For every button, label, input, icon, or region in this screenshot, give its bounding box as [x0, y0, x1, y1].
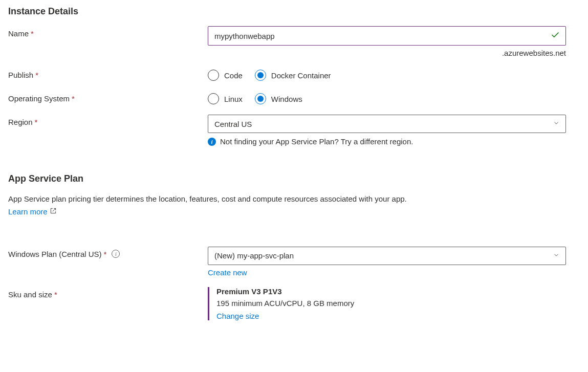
publish-docker-radio[interactable]: Docker Container	[255, 70, 331, 81]
info-outline-icon[interactable]: i	[112, 250, 120, 258]
os-linux-radio[interactable]: Linux	[208, 93, 243, 104]
name-label: Name *	[8, 26, 208, 38]
learn-more-link[interactable]: Learn more	[8, 207, 57, 216]
region-label: Region *	[8, 115, 208, 126]
plan-select[interactable]: (New) my-app-svc-plan	[208, 247, 566, 265]
plan-label: Windows Plan (Central US) * i	[8, 247, 208, 258]
sku-label: Sku and size *	[8, 287, 208, 299]
instance-details-header: Instance Details	[8, 6, 580, 17]
os-windows-radio[interactable]: Windows	[255, 93, 302, 104]
external-link-icon	[50, 207, 57, 216]
region-select[interactable]: Central US	[208, 115, 566, 133]
sku-tier: Premium V3 P1V3	[216, 287, 566, 296]
required-indicator: *	[35, 71, 38, 79]
create-new-link[interactable]: Create new	[208, 268, 247, 277]
required-indicator: *	[35, 118, 38, 126]
radio-unchecked-icon	[208, 70, 219, 81]
radio-checked-icon	[255, 70, 266, 81]
required-indicator: *	[72, 94, 75, 103]
sku-row: Sku and size * Premium V3 P1V3 195 minim…	[8, 287, 580, 320]
os-row: Operating System * Linux Windows	[8, 91, 580, 104]
os-label: Operating System *	[8, 91, 208, 103]
app-service-plan-description: App Service plan pricing tier determines…	[8, 193, 580, 205]
publish-row: Publish * Code Docker Container	[8, 68, 580, 81]
name-input[interactable]	[208, 26, 566, 46]
radio-checked-icon	[255, 93, 266, 104]
required-indicator: *	[54, 290, 57, 299]
required-indicator: *	[104, 250, 107, 258]
change-size-link[interactable]: Change size	[216, 312, 259, 320]
name-row: Name * .azurewebsites.net	[8, 26, 580, 57]
publish-code-radio[interactable]: Code	[208, 70, 243, 81]
plan-row: Windows Plan (Central US) * i (New) my-a…	[8, 247, 580, 277]
app-service-plan-header: App Service Plan	[8, 173, 580, 184]
info-icon: i	[208, 138, 216, 146]
radio-unchecked-icon	[208, 93, 219, 104]
valid-check-icon	[551, 31, 560, 41]
sku-box: Premium V3 P1V3 195 minimum ACU/vCPU, 8 …	[208, 287, 566, 320]
required-indicator: *	[31, 29, 34, 38]
sku-detail: 195 minimum ACU/vCPU, 8 GB memory	[216, 299, 566, 308]
region-hint: Not finding your App Service Plan? Try a…	[220, 137, 413, 146]
publish-label: Publish *	[8, 68, 208, 79]
region-row: Region * Central US i Not finding your A…	[8, 115, 580, 146]
domain-suffix: .azurewebsites.net	[208, 49, 566, 57]
